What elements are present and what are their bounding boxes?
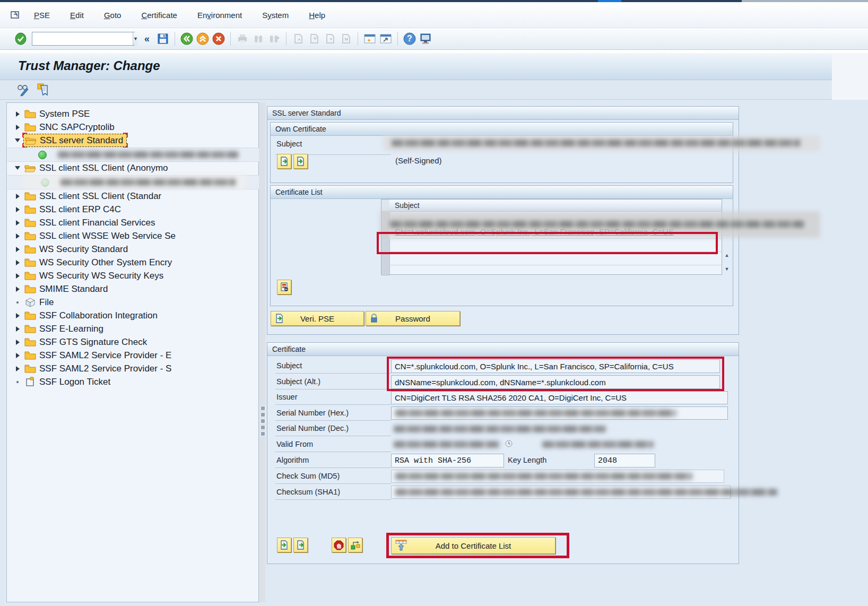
tree-item-ssl-server-standard[interactable]: SSL server Standard [7,134,127,147]
redacted-text [60,179,236,186]
label-separator [275,452,391,452]
chevron-right-icon[interactable] [16,326,20,332]
password-button[interactable]: Password [366,311,460,326]
chevron-down-icon[interactable] [15,138,20,142]
tree-item-redacted-child[interactable] [7,148,259,162]
next-page-icon [322,31,338,47]
row-selector[interactable] [381,238,389,252]
tree-item-system-pse[interactable]: System PSE [7,107,90,120]
tree-item-ssf-gts[interactable]: SSF GTS Signature Check [7,335,147,349]
new-session-icon[interactable] [362,31,378,47]
chevron-right-icon[interactable] [16,313,20,318]
row-selector[interactable] [381,252,389,265]
system-menu-icon[interactable] [7,7,23,23]
chevron-right-icon[interactable] [16,111,20,117]
import-certificate-button[interactable] [277,538,291,552]
folder-icon [23,245,37,254]
first-page-icon [290,31,306,47]
redacted-serial-dec [394,426,606,432]
self-signed-label: (Self-Signed) [395,156,442,165]
gui-settings-monitor-icon[interactable] [418,31,433,47]
import-own-certificate-button[interactable] [293,154,308,169]
back-icon[interactable] [179,31,195,47]
panel-splitter[interactable] [259,102,265,602]
tree-item-ssf-collaboration[interactable]: SSF Collaboration Integration [7,309,158,322]
enter-check-icon[interactable] [13,31,29,47]
chevron-right-icon[interactable] [16,273,20,279]
menu-certificate[interactable]: Certificate [140,8,178,22]
chevron-right-icon[interactable] [16,287,20,292]
menu-help[interactable]: Help [308,8,326,22]
tree-item-ws-security-keys[interactable]: WS Security WS Security Keys [7,269,163,282]
chevron-right-icon[interactable] [16,340,20,345]
tree-item-redacted-child[interactable] [7,175,259,189]
subject-column-header[interactable]: Subject [389,200,722,212]
tree-item-ssl-client-wsse[interactable]: SSL client WSSE Web Service Se [7,229,176,243]
certificate-group-title: Certificate [267,343,739,356]
row-divider [389,238,722,239]
key-length-value: 2048 [594,454,655,468]
chevron-right-icon[interactable] [16,353,20,358]
chevron-right-icon[interactable] [16,207,20,212]
tree-item-ssl-client-erp-c4c[interactable]: SSL client ERP C4C [7,203,121,216]
chevron-right-icon[interactable] [16,194,20,199]
chevron-right-icon[interactable] [16,247,20,252]
md5-label: Check Sum (MD5) [276,472,340,480]
chevron-down-icon[interactable] [15,166,20,170]
collapse-toolbar-icon[interactable]: « [139,31,155,47]
veri-pse-button[interactable]: Veri. PSE [271,311,364,326]
folder-icon [23,271,37,280]
tree-item-ws-security-standard[interactable]: WS Security Standard [7,243,128,256]
menu-system[interactable]: System [261,8,290,22]
own-certificate-title: Own Certificate [271,123,733,136]
issuer-label: Issuer [276,393,298,401]
scroll-up-icon[interactable]: ▲ [723,252,731,259]
export-own-certificate-button[interactable] [277,154,291,169]
command-input[interactable] [32,32,133,45]
command-field[interactable]: ▼ [32,32,135,46]
folder-icon [23,109,37,118]
tree-item-ssf-logon-ticket[interactable]: SSF Logon Ticket [7,375,110,388]
delete-certificate-button[interactable] [277,280,291,295]
display-change-icon[interactable] [16,83,31,97]
lock-icon [370,314,378,323]
menu-goto[interactable]: Goto [103,8,123,22]
scroll-down-icon[interactable]: ▼ [723,265,731,273]
chevron-right-icon[interactable] [16,366,20,371]
tree-item-ws-security-other[interactable]: WS Security Other System Encry [7,256,172,269]
tree-item-ssf-saml2-s[interactable]: SSF SAML2 Service Provider - S [7,362,171,375]
chevron-right-icon[interactable] [16,220,20,226]
menu-pse[interactable]: PSE [33,8,51,22]
tree-item-file[interactable]: File [7,296,54,309]
chevron-right-icon[interactable] [16,260,20,265]
ticket-icon [23,377,37,387]
reorganize-icon[interactable] [36,82,50,97]
shortcut-icon[interactable] [378,31,394,47]
row-selector[interactable] [381,265,389,275]
menu-environment[interactable]: Environment [196,8,243,22]
menu-edit[interactable]: Edit [69,8,85,22]
folder-icon [23,192,37,201]
save-icon[interactable] [155,31,171,47]
tree-item-ssl-client-anonymous[interactable]: SSL client SSL Client (Anonymo [7,161,168,175]
cancel-icon[interactable] [211,31,227,47]
algorithm-label: Algorithm [276,456,309,464]
chevron-right-icon[interactable] [16,125,20,130]
folder-icon [23,205,37,214]
exit-up-icon[interactable] [195,31,211,47]
tree-item-ssl-client-financial-services[interactable]: SSL client Financial Services [7,216,155,229]
help-icon[interactable]: ? [402,31,418,47]
chevron-right-icon[interactable] [16,233,20,239]
command-dropdown-icon[interactable]: ▼ [133,32,138,45]
revoke-stop-button[interactable] [332,538,346,552]
tree-item-snc-sapcryptolib[interactable]: SNC SAPCryptolib [7,120,115,134]
tree-item-ssf-elearning[interactable]: SSF E-Learning [7,322,103,335]
folder-icon [23,364,37,373]
export-certificate-button[interactable] [293,538,308,552]
add-to-certificate-list-button[interactable]: Add to Certificate List [391,537,555,554]
tree-item-smime-standard[interactable]: SMIME Standard [7,282,108,296]
selected-tree-item[interactable]: SSL server Standard [23,134,127,147]
tree-item-ssf-saml2-e[interactable]: SSF SAML2 Service Provider - E [7,349,171,362]
relationship-button[interactable] [348,538,362,552]
tree-item-ssl-client-standard[interactable]: SSL client SSL Client (Standar [7,189,161,203]
